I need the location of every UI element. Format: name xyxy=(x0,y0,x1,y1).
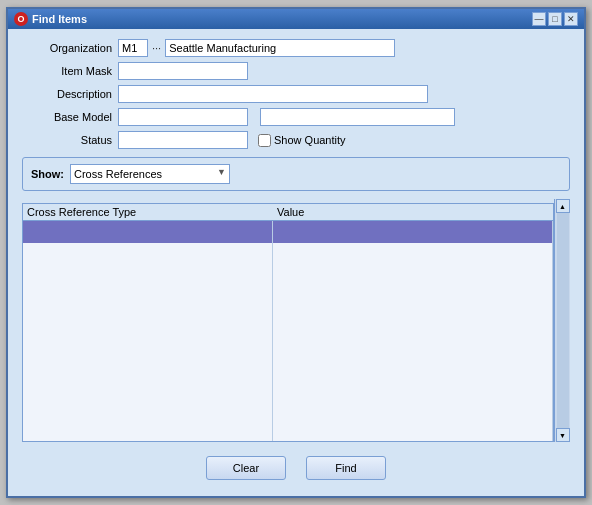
close-button[interactable]: ✕ xyxy=(564,12,578,26)
show-section: Show: Cross References Revisions Units o… xyxy=(22,157,570,191)
base-model-inputs xyxy=(118,108,455,126)
grid-body xyxy=(23,221,553,441)
base-model-label: Base Model xyxy=(22,111,112,123)
status-label: Status xyxy=(22,134,112,146)
table-row[interactable] xyxy=(23,243,553,265)
grid-cell-col1[interactable] xyxy=(23,287,273,309)
grid-col2-header: Value xyxy=(277,206,549,218)
show-dropdown-wrapper: Cross References Revisions Units of Meas… xyxy=(70,164,230,184)
grid-col1-header: Cross Reference Type xyxy=(27,206,277,218)
grid-cell-col1[interactable] xyxy=(23,221,273,243)
window-title: Find Items xyxy=(32,13,87,25)
table-row[interactable] xyxy=(23,419,553,441)
organization-label: Organization xyxy=(22,42,112,54)
find-button[interactable]: Find xyxy=(306,456,386,480)
scroll-up-button[interactable]: ▲ xyxy=(556,199,570,213)
scrollbar[interactable]: ▲ ▼ xyxy=(554,199,570,442)
table-row[interactable] xyxy=(23,353,553,375)
show-quantity-label: Show Quantity xyxy=(258,134,346,147)
clear-button[interactable]: Clear xyxy=(206,456,286,480)
grid-cell-col2[interactable] xyxy=(273,243,553,265)
minimize-button[interactable]: — xyxy=(532,12,546,26)
org-separator: ··· xyxy=(152,42,161,54)
grid-cell-col1[interactable] xyxy=(23,265,273,287)
grid-cell-col1[interactable] xyxy=(23,243,273,265)
grid-cell-col1[interactable] xyxy=(23,309,273,331)
grid-cell-col1[interactable] xyxy=(23,397,273,419)
description-label: Description xyxy=(22,88,112,100)
show-dropdown[interactable]: Cross References Revisions Units of Meas… xyxy=(70,164,230,184)
button-row: Clear Find xyxy=(22,456,570,480)
title-bar-left: O Find Items xyxy=(14,12,87,26)
table-row[interactable] xyxy=(23,287,553,309)
status-row: Status Show Quantity xyxy=(22,131,570,149)
item-mask-label: Item Mask xyxy=(22,65,112,77)
grid-cell-col1[interactable] xyxy=(23,331,273,353)
show-quantity-text: Show Quantity xyxy=(274,134,346,146)
window-content: Organization ··· Item Mask Description B… xyxy=(8,29,584,496)
organization-code-input[interactable] xyxy=(118,39,148,57)
grid-header: Cross Reference Type Value xyxy=(23,204,553,221)
table-row[interactable] xyxy=(23,375,553,397)
base-model-row: Base Model xyxy=(22,108,570,126)
status-input[interactable] xyxy=(118,131,248,149)
table-row[interactable] xyxy=(23,265,553,287)
base-model-input2[interactable] xyxy=(260,108,455,126)
table-row[interactable] xyxy=(23,309,553,331)
grid-cell-col2[interactable] xyxy=(273,331,553,353)
organization-inputs: ··· xyxy=(118,39,395,57)
grid-cell-col2[interactable] xyxy=(273,265,553,287)
grid-cell-col2[interactable] xyxy=(273,419,553,441)
grid-cell-col1[interactable] xyxy=(23,419,273,441)
organization-row: Organization ··· xyxy=(22,39,570,57)
grid-cell-col2[interactable] xyxy=(273,375,553,397)
scroll-down-button[interactable]: ▼ xyxy=(556,428,570,442)
grid-section: Cross Reference Type Value xyxy=(22,203,554,442)
grid-cell-col2[interactable] xyxy=(273,287,553,309)
status-inputs: Show Quantity xyxy=(118,131,346,149)
grid-cell-col1[interactable] xyxy=(23,353,273,375)
window-icon: O xyxy=(14,12,28,26)
show-label: Show: xyxy=(31,168,64,180)
table-row[interactable] xyxy=(23,221,553,243)
scroll-track[interactable] xyxy=(557,213,569,428)
item-mask-input[interactable] xyxy=(118,62,248,80)
grid-cell-col2[interactable] xyxy=(273,397,553,419)
maximize-button[interactable]: □ xyxy=(548,12,562,26)
description-row: Description xyxy=(22,85,570,103)
description-input[interactable] xyxy=(118,85,428,103)
base-model-input1[interactable] xyxy=(118,108,248,126)
grid-cell-col2[interactable] xyxy=(273,353,553,375)
show-quantity-checkbox[interactable] xyxy=(258,134,271,147)
title-bar: O Find Items — □ ✕ xyxy=(8,9,584,29)
table-row[interactable] xyxy=(23,397,553,419)
item-mask-row: Item Mask xyxy=(22,62,570,80)
table-row[interactable] xyxy=(23,331,553,353)
grid-cell-col2[interactable] xyxy=(273,221,553,243)
title-controls: — □ ✕ xyxy=(532,12,578,26)
show-row: Show: Cross References Revisions Units o… xyxy=(31,164,561,184)
organization-name-input[interactable] xyxy=(165,39,395,57)
grid-cell-col1[interactable] xyxy=(23,375,273,397)
grid-cell-col2[interactable] xyxy=(273,309,553,331)
main-window: O Find Items — □ ✕ Organization ··· Item… xyxy=(6,7,586,498)
grid-outer: Cross Reference Type Value xyxy=(22,199,570,442)
